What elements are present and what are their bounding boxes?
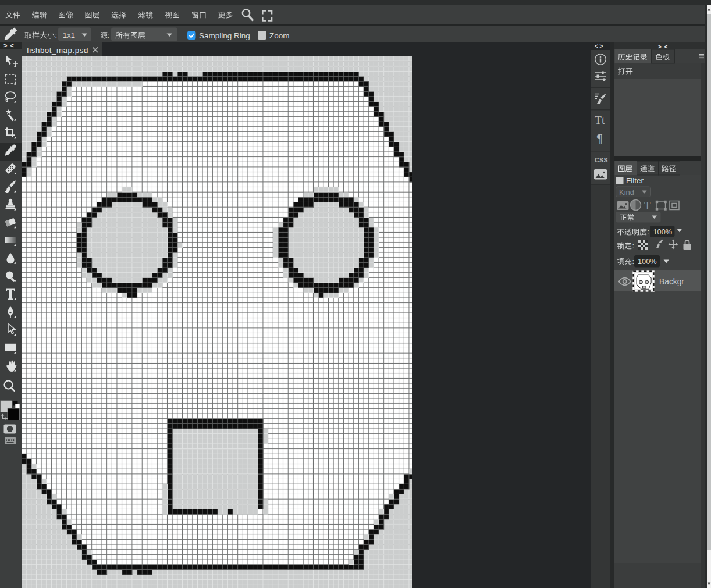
svg-text:Tt: Tt [595, 114, 605, 126]
svg-text::: : [55, 31, 58, 40]
svg-text::: : [632, 257, 635, 266]
svg-text:T: T [644, 199, 651, 212]
svg-text:Zoom: Zoom [269, 31, 290, 40]
svg-text:Backgr: Backgr [659, 277, 684, 286]
svg-text::: : [108, 31, 110, 40]
svg-text:Sampling Ring: Sampling Ring [199, 31, 250, 40]
svg-text:> <: > < [3, 42, 15, 49]
svg-text::: : [632, 241, 635, 250]
svg-text:< >: < > [595, 43, 603, 49]
svg-text:¶: ¶ [597, 132, 602, 145]
svg-text:1x1: 1x1 [63, 31, 75, 40]
svg-text::: : [648, 227, 650, 236]
svg-text:Kind: Kind [619, 188, 634, 197]
svg-text:100%: 100% [653, 227, 673, 236]
svg-text:Filter: Filter [626, 176, 644, 185]
svg-text:fishbot_map.psd: fishbot_map.psd [27, 46, 88, 55]
svg-text:> <: > < [658, 44, 668, 50]
svg-text:CSS: CSS [595, 156, 608, 163]
svg-text:100%: 100% [638, 257, 657, 266]
